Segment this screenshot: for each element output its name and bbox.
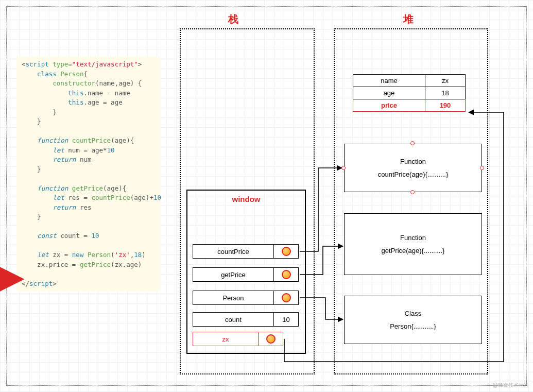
obj-value: 190 bbox=[425, 99, 466, 112]
stack-label: count bbox=[193, 313, 273, 326]
obj-value: zx bbox=[425, 75, 466, 87]
heap-box-countPrice: Function countPrice(age){..........} bbox=[344, 144, 482, 192]
stack-row-zx: zx bbox=[193, 332, 283, 346]
obj-key: price bbox=[353, 99, 425, 112]
stack-row-person: Person bbox=[193, 291, 299, 305]
heap-box-getPrice: Function getPrice(age){..........} bbox=[344, 213, 482, 275]
stack-label: zx bbox=[193, 332, 258, 346]
resize-handle-icon bbox=[341, 166, 346, 170]
heap-title: 堆 bbox=[403, 12, 414, 26]
watermark: @稀金技术社区 bbox=[493, 382, 529, 389]
heap-box-title: Function bbox=[400, 158, 426, 165]
resize-handle-icon bbox=[480, 166, 484, 170]
heap-box-title: Function bbox=[400, 234, 426, 242]
stack-label: Person bbox=[193, 291, 273, 304]
stack-row-getPrice: getPrice bbox=[193, 267, 299, 282]
resize-handle-icon bbox=[410, 141, 415, 145]
obj-key: name bbox=[353, 75, 425, 87]
heap-object-zx: name zx age 18 price 190 bbox=[353, 74, 466, 112]
resize-handle-icon bbox=[410, 190, 415, 194]
stack-pointer bbox=[258, 332, 283, 346]
stack-title: 栈 bbox=[228, 12, 238, 26]
stack-pointer bbox=[273, 245, 298, 258]
heap-box-title: Class bbox=[405, 310, 422, 317]
stack-label: countPrice bbox=[193, 245, 273, 258]
stack-row-countPrice: countPrice bbox=[193, 244, 299, 259]
obj-key: age bbox=[353, 87, 425, 99]
heap-box-person: Class Person{...........} bbox=[344, 296, 482, 344]
code-block: <script type="text/javascript"> class Pe… bbox=[16, 57, 161, 292]
pointer-dot-icon bbox=[266, 334, 276, 344]
stack-row-count: count 10 bbox=[193, 312, 299, 327]
heap-box-body: Person{...........} bbox=[390, 322, 436, 330]
pointer-dot-icon bbox=[282, 270, 291, 279]
stack-pointer bbox=[273, 291, 298, 304]
pointer-dot-icon bbox=[282, 293, 291, 302]
obj-value: 18 bbox=[425, 87, 466, 99]
heap-box-body: getPrice(age){..........} bbox=[382, 247, 445, 254]
pointer-dot-icon bbox=[282, 247, 291, 256]
window-title: window bbox=[187, 191, 305, 212]
stack-value: 10 bbox=[273, 313, 298, 326]
stack-label: getPrice bbox=[193, 268, 273, 281]
stack-pointer bbox=[273, 268, 298, 281]
heap-box-body: countPrice(age){..........} bbox=[378, 171, 449, 178]
